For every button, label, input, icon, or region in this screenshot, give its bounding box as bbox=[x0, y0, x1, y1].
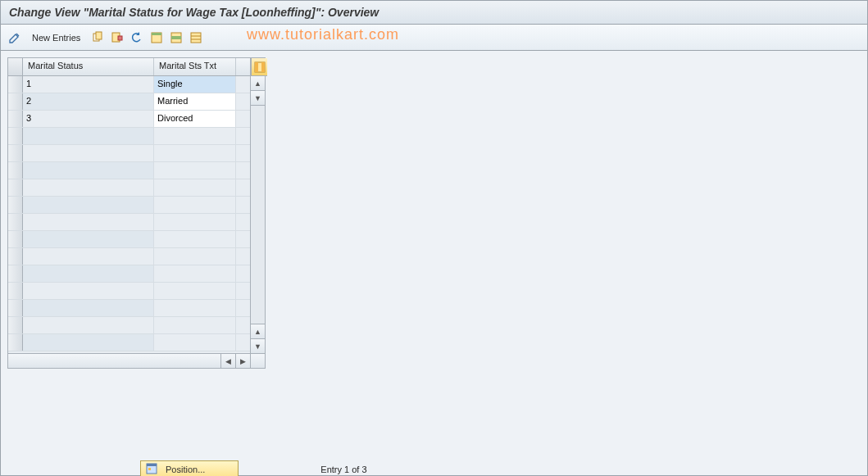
row-selector[interactable] bbox=[8, 265, 23, 282]
row-selector[interactable] bbox=[8, 93, 23, 110]
grid-body: 1Single2Married3Divorced bbox=[8, 76, 250, 353]
row-selector[interactable] bbox=[8, 317, 23, 333]
cell-marital-status[interactable]: 2 bbox=[23, 93, 154, 110]
new-entries-button[interactable]: New Entries bbox=[27, 31, 85, 44]
table-row bbox=[8, 300, 250, 317]
cell-marital-sts-txt[interactable] bbox=[154, 317, 236, 333]
select-block-icon[interactable] bbox=[169, 30, 184, 45]
cell-marital-status[interactable] bbox=[23, 231, 154, 247]
cell-marital-status[interactable] bbox=[23, 197, 154, 213]
grid-header-row: Marital Status Marital Sts Txt bbox=[8, 58, 250, 76]
delete-icon[interactable] bbox=[110, 30, 125, 45]
svg-rect-7 bbox=[171, 36, 181, 39]
select-all-icon[interactable] bbox=[149, 30, 164, 45]
copy-icon[interactable] bbox=[90, 30, 105, 45]
toolbar: New Entries www.tutorialkart.com bbox=[1, 25, 867, 51]
cell-marital-status[interactable] bbox=[23, 179, 154, 196]
cell-marital-status[interactable] bbox=[23, 265, 154, 282]
cell-marital-sts-txt[interactable]: Married bbox=[154, 93, 236, 110]
row-selector[interactable] bbox=[8, 111, 23, 127]
cell-marital-sts-txt[interactable]: Single bbox=[154, 76, 236, 93]
table-row bbox=[8, 162, 250, 179]
row-selector[interactable] bbox=[8, 76, 23, 93]
cell-marital-sts-txt[interactable] bbox=[154, 248, 236, 265]
cell-marital-sts-txt[interactable]: Divorced bbox=[154, 111, 236, 127]
cell-marital-status[interactable]: 1 bbox=[23, 76, 154, 93]
column-header-marital-sts-txt[interactable]: Marital Sts Txt bbox=[154, 58, 236, 75]
cell-marital-status[interactable] bbox=[23, 162, 154, 179]
cell-marital-sts-txt[interactable] bbox=[154, 283, 236, 299]
table-row bbox=[8, 179, 250, 197]
position-button[interactable]: Position... bbox=[140, 460, 239, 476]
table-row: 1Single bbox=[8, 76, 250, 93]
position-button-label: Position... bbox=[166, 465, 205, 474]
hscroll-right-icon[interactable]: ▶ bbox=[235, 354, 250, 368]
cell-marital-status[interactable] bbox=[23, 317, 154, 333]
cell-marital-status[interactable] bbox=[23, 145, 154, 161]
cell-marital-sts-txt[interactable] bbox=[154, 197, 236, 213]
page-title: Change View "Marital Status for Wage Tax… bbox=[1, 1, 867, 25]
cell-marital-sts-txt[interactable] bbox=[154, 179, 236, 196]
deselect-all-icon[interactable] bbox=[189, 30, 203, 45]
scroll-corner bbox=[251, 353, 265, 368]
row-selector[interactable] bbox=[8, 231, 23, 247]
cell-marital-status[interactable]: 3 bbox=[23, 111, 154, 127]
cell-marital-status[interactable] bbox=[23, 248, 154, 265]
page-down-icon[interactable]: ▼ bbox=[251, 338, 265, 353]
entry-count-text: Entry 1 of 3 bbox=[320, 465, 366, 474]
page-up-icon[interactable]: ▲ bbox=[251, 324, 265, 338]
row-selector[interactable] bbox=[8, 179, 23, 196]
row-selector[interactable] bbox=[8, 300, 23, 316]
svg-rect-5 bbox=[152, 33, 161, 35]
cell-marital-sts-txt[interactable] bbox=[154, 128, 236, 144]
row-selector[interactable] bbox=[8, 197, 23, 213]
table-row: 2Married bbox=[8, 93, 250, 111]
watermark: www.tutorialkart.com bbox=[247, 26, 399, 43]
work-area: Marital Status Marital Sts Txt 1Single2M… bbox=[1, 51, 867, 475]
table-row bbox=[8, 283, 250, 300]
svg-rect-3 bbox=[118, 36, 122, 40]
svg-rect-16 bbox=[148, 468, 151, 470]
scroll-up-icon[interactable]: ▲ bbox=[251, 76, 265, 91]
cell-marital-status[interactable] bbox=[23, 283, 154, 299]
cell-marital-status[interactable] bbox=[23, 128, 154, 144]
select-all-rows-cell[interactable] bbox=[8, 58, 23, 75]
row-selector[interactable] bbox=[8, 214, 23, 230]
column-header-marital-status[interactable]: Marital Status bbox=[23, 58, 154, 75]
horizontal-scrollbar: ◀ ▶ bbox=[8, 353, 250, 368]
row-selector[interactable] bbox=[8, 162, 23, 179]
table-row bbox=[8, 197, 250, 214]
data-grid: Marital Status Marital Sts Txt 1Single2M… bbox=[7, 57, 266, 369]
cell-marital-status[interactable] bbox=[23, 300, 154, 316]
cell-marital-sts-txt[interactable] bbox=[154, 162, 236, 179]
hscroll-track[interactable] bbox=[8, 354, 220, 368]
grid-inner: Marital Status Marital Sts Txt 1Single2M… bbox=[8, 58, 250, 368]
table-row bbox=[8, 128, 250, 145]
row-selector[interactable] bbox=[8, 334, 23, 351]
cell-marital-sts-txt[interactable] bbox=[154, 265, 236, 282]
table-row bbox=[8, 145, 250, 162]
cell-marital-sts-txt[interactable] bbox=[154, 300, 236, 316]
sap-app-window: Change View "Marital Status for Wage Tax… bbox=[0, 0, 868, 476]
table-row bbox=[8, 317, 250, 334]
cell-marital-sts-txt[interactable] bbox=[154, 214, 236, 230]
row-selector[interactable] bbox=[8, 283, 23, 299]
cell-marital-status[interactable] bbox=[23, 334, 154, 351]
hscroll-left-icon[interactable]: ◀ bbox=[220, 354, 235, 368]
undo-icon[interactable] bbox=[130, 30, 144, 45]
table-row bbox=[8, 214, 250, 231]
table-row bbox=[8, 265, 250, 283]
table-row: 3Divorced bbox=[8, 111, 250, 128]
cell-marital-status[interactable] bbox=[23, 214, 154, 230]
cell-marital-sts-txt[interactable] bbox=[154, 145, 236, 161]
svg-rect-12 bbox=[255, 62, 258, 72]
row-selector[interactable] bbox=[8, 248, 23, 265]
row-selector[interactable] bbox=[8, 128, 23, 144]
toggle-edit-icon[interactable] bbox=[7, 30, 22, 45]
footer-row: Position... Entry 1 of 3 bbox=[1, 460, 867, 476]
cell-marital-sts-txt[interactable] bbox=[154, 334, 236, 351]
configure-columns-icon[interactable] bbox=[251, 58, 267, 76]
cell-marital-sts-txt[interactable] bbox=[154, 231, 236, 247]
row-selector[interactable] bbox=[8, 145, 23, 161]
scroll-down-icon[interactable]: ▼ bbox=[251, 91, 265, 106]
